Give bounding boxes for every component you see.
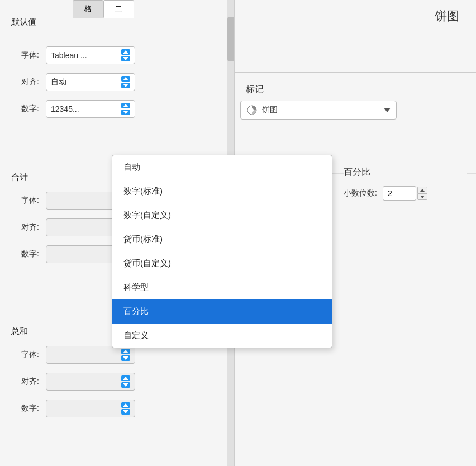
svg-marker-1 [123, 57, 128, 60]
sum-number-row: 数字: [11, 400, 223, 417]
spinner-up-2[interactable] [121, 76, 130, 82]
sum-number-select[interactable] [46, 400, 135, 417]
pie-dropdown-text: 饼图 [262, 105, 384, 115]
sum-number-spinner[interactable] [121, 402, 130, 415]
decimal-down-arrow[interactable] [417, 193, 427, 200]
percent-title: 百分比 [344, 167, 467, 178]
default-number-value: 12345... [51, 104, 79, 113]
sum-font-select[interactable] [46, 346, 135, 364]
mark-section-label: 标记 [246, 84, 264, 96]
decimal-row: 小数位数: [344, 186, 467, 201]
spinner-down-3[interactable] [121, 110, 130, 115]
total-font-label: 字体: [11, 196, 39, 206]
total-section-title: 合计 [11, 172, 28, 183]
spinner-down-2[interactable] [121, 83, 130, 88]
default-align-row: 对齐: 自动 [11, 73, 223, 91]
spinner-up-9[interactable] [121, 402, 130, 408]
default-number-select[interactable]: 12345... [46, 100, 135, 118]
default-align-spinner[interactable] [121, 76, 130, 88]
grid-line-1 [235, 140, 476, 140]
svg-marker-14 [123, 377, 128, 380]
dropdown-item-percent[interactable]: 百分比 [112, 299, 332, 324]
scrollbar-thumb[interactable] [227, 17, 234, 61]
svg-marker-21 [420, 189, 425, 192]
decimal-input[interactable] [383, 186, 416, 201]
svg-marker-22 [420, 196, 425, 198]
svg-marker-4 [123, 104, 128, 107]
top-tabs: 格 二 [73, 0, 134, 18]
dropdown-item-number-std[interactable]: 数字(标准) [112, 179, 332, 203]
default-font-label: 字体: [11, 50, 39, 60]
pie-title: 饼图 [435, 8, 459, 25]
sum-font-label: 字体: [11, 350, 39, 360]
sum-font-spinner[interactable] [121, 349, 130, 361]
tab-two[interactable]: 二 [103, 0, 134, 18]
sum-section-title: 总和 [11, 326, 28, 337]
spinner-up-7[interactable] [121, 349, 130, 354]
default-number-label: 数字: [11, 104, 39, 114]
tab-grid[interactable]: 格 [73, 0, 103, 18]
dropdown-overlay: 自动 数字(标准) 数字(自定义) 货币(标准) 货币(自定义) 科学型 百分比… [112, 155, 332, 348]
svg-point-19 [250, 108, 254, 112]
default-number-spinner[interactable] [121, 103, 130, 115]
default-align-select[interactable]: 自动 [46, 73, 135, 91]
sum-number-label: 数字: [11, 403, 39, 413]
default-font-spinner[interactable] [121, 49, 130, 61]
dropdown-item-scientific[interactable]: 科学型 [112, 275, 332, 299]
spinner-up[interactable] [121, 49, 130, 55]
decimal-label: 小数位数: [344, 188, 377, 198]
default-align-value: 自动 [51, 77, 66, 87]
svg-marker-0 [123, 50, 128, 54]
spinner-down-7[interactable] [121, 355, 130, 361]
pie-dropdown-container: 饼图 [240, 101, 402, 120]
svg-marker-3 [123, 84, 128, 87]
total-align-label: 对齐: [11, 222, 39, 232]
spinner-down-8[interactable] [121, 382, 130, 388]
dropdown-item-currency-std[interactable]: 货币(标准) [112, 227, 332, 251]
dropdown-chevron-icon [384, 107, 391, 113]
default-font-row: 字体: Tableau ... [11, 46, 223, 64]
dropdown-item-custom[interactable]: 自定义 [112, 324, 332, 348]
default-title-row: 默认值 [11, 17, 223, 37]
svg-marker-15 [123, 383, 128, 387]
spinner-up-3[interactable] [121, 103, 130, 108]
pie-dropdown[interactable]: 饼图 [240, 101, 397, 120]
svg-marker-20 [384, 108, 391, 112]
total-number-label: 数字: [11, 249, 39, 259]
spinner-up-8[interactable] [121, 375, 130, 381]
svg-marker-17 [123, 410, 128, 413]
dropdown-item-currency-custom[interactable]: 货币(自定义) [112, 251, 332, 275]
pie-chart-icon [246, 104, 258, 116]
sum-font-row: 字体: [11, 346, 223, 364]
svg-marker-13 [123, 356, 128, 360]
sum-align-row: 对齐: [11, 373, 223, 391]
dropdown-item-number-custom[interactable]: 数字(自定义) [112, 203, 332, 227]
sum-align-label: 对齐: [11, 377, 39, 387]
spinner-down-9[interactable] [121, 409, 130, 415]
default-section: 默认值 字体: Tableau ... 对齐: 自动 [11, 17, 223, 127]
spinner-down[interactable] [121, 56, 130, 61]
svg-marker-12 [123, 350, 128, 353]
default-section-title: 默认值 [11, 17, 36, 27]
percent-panel: 百分比 小数位数: [344, 167, 467, 201]
dropdown-list: 自动 数字(标准) 数字(自定义) 货币(标准) 货币(自定义) 科学型 百分比… [112, 155, 332, 348]
default-font-select[interactable]: Tableau ... [46, 46, 135, 64]
svg-marker-5 [123, 111, 128, 114]
default-align-label: 对齐: [11, 77, 39, 87]
default-number-row: 数字: 12345... [11, 100, 223, 118]
decimal-spinner [417, 187, 427, 200]
decimal-up-arrow[interactable] [417, 187, 427, 193]
svg-marker-16 [123, 403, 128, 407]
dropdown-item-auto[interactable]: 自动 [112, 155, 332, 179]
decimal-input-wrap [383, 186, 427, 201]
sum-align-spinner[interactable] [121, 375, 130, 388]
default-font-value: Tableau ... [51, 51, 87, 60]
svg-marker-2 [123, 77, 128, 80]
sum-align-select[interactable] [46, 373, 135, 391]
